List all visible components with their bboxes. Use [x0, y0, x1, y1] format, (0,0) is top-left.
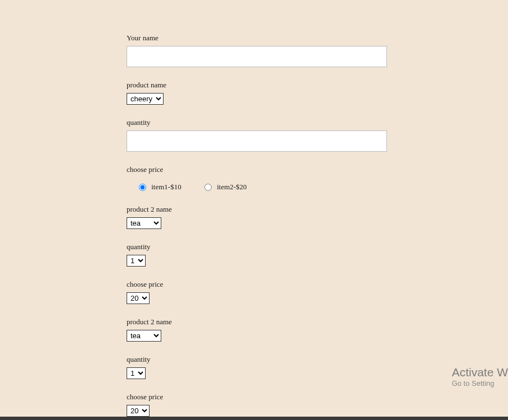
- quantity-2b-label: quantity: [127, 355, 387, 364]
- watermark-title: Activate W: [452, 366, 508, 379]
- watermark-sub: Go to Setting: [452, 379, 508, 388]
- choose-price-2b-select[interactable]: 20: [127, 405, 150, 417]
- choose-price-2b-group: choose price 20: [127, 393, 387, 417]
- price-radio-label-1: item1-$10: [151, 183, 181, 191]
- form-container: Your name product name cheery quantity c…: [127, 0, 387, 420]
- activate-watermark: Activate W Go to Setting: [452, 366, 508, 388]
- quantity-2a-label: quantity: [127, 242, 387, 251]
- product2a-name-label: product 2 name: [127, 205, 387, 214]
- bottom-bar: [0, 417, 508, 420]
- choose-price-1-group: choose price item1-$10 item2-$20: [127, 165, 387, 192]
- your-name-label: Your name: [127, 34, 387, 43]
- your-name-group: Your name: [127, 34, 387, 67]
- price-radio-item2[interactable]: item2-$20: [204, 182, 247, 192]
- quantity-1-input[interactable]: [127, 130, 387, 152]
- choose-price-2b-label: choose price: [127, 393, 387, 402]
- product-name-group: product name cheery: [127, 81, 387, 105]
- quantity-2a-select[interactable]: 1: [127, 255, 146, 267]
- product2a-name-group: product 2 name tea: [127, 205, 387, 229]
- your-name-input[interactable]: [127, 46, 387, 67]
- choose-price-2a-label: choose price: [127, 280, 387, 289]
- price-radio-input-1[interactable]: [139, 184, 146, 191]
- quantity-1-group: quantity: [127, 118, 387, 152]
- price-radio-item1[interactable]: item1-$10: [139, 182, 181, 192]
- choose-price-2a-select[interactable]: 20: [127, 292, 150, 304]
- price-radio-label-2: item2-$20: [217, 183, 246, 191]
- product-name-select[interactable]: cheery: [127, 93, 164, 105]
- product2b-select[interactable]: tea: [127, 330, 161, 342]
- quantity-1-label: quantity: [127, 118, 387, 127]
- price-radio-input-2[interactable]: [204, 184, 212, 191]
- quantity-2b-group: quantity 1: [127, 355, 387, 379]
- quantity-2b-select[interactable]: 1: [127, 367, 146, 379]
- price-radio-row: item1-$10 item2-$20: [139, 182, 387, 192]
- quantity-2a-group: quantity 1: [127, 242, 387, 267]
- product2a-select[interactable]: tea: [127, 217, 161, 229]
- product2b-name-group: product 2 name tea: [127, 318, 387, 342]
- product2b-name-label: product 2 name: [127, 318, 387, 326]
- product-name-label: product name: [127, 81, 387, 90]
- choose-price-1-label: choose price: [127, 165, 387, 174]
- choose-price-2a-group: choose price 20: [127, 280, 387, 304]
